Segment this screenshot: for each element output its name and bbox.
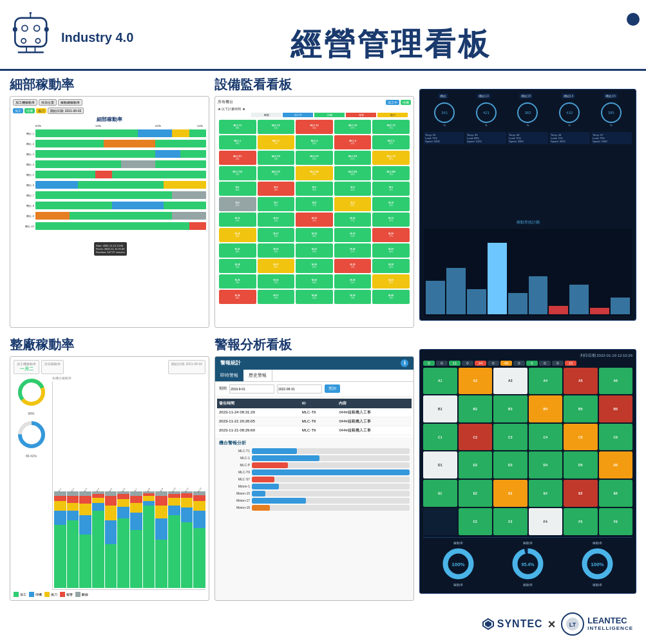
equip-cell: M-2588% (372, 243, 410, 258)
monitor-cell: D4 (529, 451, 563, 478)
detail-utilization-panel[interactable]: 加工機稼動率 目前位置 稼動總稼動率 加工 待機 換刀 開始日期: 2021-0… (10, 96, 209, 328)
equip-cell: MLC-T467% (334, 120, 372, 134)
equip-cell: M-1050% (372, 197, 410, 211)
gantt-row: 機台-1 (35, 129, 206, 138)
leantec-text-line1: LEANTEC (587, 616, 633, 625)
equip-cell: M-1477% (334, 213, 372, 227)
stat-donut-2: 95.4% (510, 546, 546, 582)
factory-utilization-section: 整廠稼動率 加工機稼動率 一月二 目前稼動率 開始日期: 2021-08-02 (10, 336, 209, 604)
equip-cell: MLC-T189% (219, 120, 256, 134)
equip-cell: M-466% (334, 182, 372, 196)
alarm-analysis-title: 警報分析看板 (214, 336, 414, 354)
monitor-cell: B3 (493, 395, 527, 422)
gantt-row: 機台-4 (35, 160, 206, 169)
equip-cell: MLC-M273% (372, 166, 410, 180)
equip-cell: M-2973% (334, 259, 372, 273)
equip-cell: M-773% (258, 197, 295, 211)
factory-utilization-panel[interactable]: 加工機稼動率 一月二 目前稼動率 開始日期: 2021-08-02 (10, 356, 209, 601)
equip-cell: M-2766% (258, 259, 295, 273)
monitor-cell: B6 (599, 395, 633, 422)
equip-cell: M-681% (219, 197, 256, 211)
monitor-cell: A4 (529, 368, 563, 395)
donut-chart-1 (15, 376, 48, 408)
monitor-cell: E2 (459, 480, 493, 507)
times-symbol: × (548, 617, 556, 632)
equip-cell: MLC-P274% (258, 151, 295, 165)
alarm-info-icon[interactable]: ℹ (401, 359, 408, 367)
equip-cell: MLC-T1073% (219, 166, 256, 180)
monitor-cell: A2 (459, 368, 493, 395)
monitor-cell: F6 (599, 508, 633, 535)
monitor-cell: A1 (423, 368, 457, 395)
equip-cell: M-2380% (296, 243, 333, 258)
stat-donut-1: 100% (441, 546, 476, 582)
monitor-cell: A3 (493, 368, 527, 395)
monitor-cell: F4 (529, 508, 563, 535)
factory-bar: M-11 (181, 488, 193, 588)
factory-bar: M-12 (193, 488, 205, 588)
gantt-row: 機台-2 (35, 139, 206, 148)
gantt-row: 機台-5 (35, 170, 206, 179)
factory-bar: M-5 (105, 488, 117, 588)
filter-to-input[interactable] (277, 384, 322, 393)
equip-cell: M-3660% (219, 290, 256, 304)
industry-label: Industry 4.0 (61, 30, 133, 45)
equip-cell: M-1858% (296, 228, 333, 242)
factory-bar: M-7 (130, 488, 142, 588)
equip-cell: M-184% (219, 182, 256, 196)
leantec-icon: LT (560, 612, 585, 636)
gantt-row: 機台-6 (35, 180, 206, 189)
equip-cell: M-2467% (334, 243, 372, 258)
monitor-cell: D6 (599, 451, 633, 478)
equip-cell: M-3461% (334, 274, 372, 289)
monitor-cell: E4 (529, 480, 563, 507)
equip-cell: MLC-P154% (219, 151, 256, 165)
equip-cell: MLC-452% (334, 135, 372, 149)
equipment-monitor-panel[interactable]: 所有機台 加工中 待機 ★ 以下計畫時間 ★ 班別 加工中 待機 報警 換刀 (214, 96, 414, 328)
monitor-cell: D2 (459, 451, 493, 478)
monitor-cell: E3 (493, 480, 527, 507)
tab-realtime-alarm[interactable]: 即時警報 (215, 370, 243, 381)
equip-cell: M-3852% (296, 290, 333, 304)
equipment-monitor-section: 設備監看看板 所有機台 加工中 待機 ★ 以下計畫時間 ★ 班別 加工中 (214, 76, 414, 331)
svg-point-8 (35, 38, 40, 43)
alarm-analysis-panel[interactable]: 警報統計 ℹ 即時警報 歷史警報 期間 查詢 (214, 356, 414, 601)
leantec-text-line2: INTELLIGENCE (587, 626, 633, 632)
tab-history-alarm[interactable]: 歷史警報 (243, 370, 272, 381)
logo-area: Industry 4.0 (6, 12, 148, 64)
equip-cell: M-2861% (296, 259, 333, 273)
filter-query-button[interactable]: 查詢 (325, 384, 340, 393)
equip-cell: MLC-M169% (334, 166, 372, 180)
alarm-bar-row: Moton-1 (219, 484, 410, 489)
alarm-bar-row: MLC-1 (219, 455, 410, 461)
detail-utilization-title: 細部稼動率 (10, 76, 209, 93)
equip-cell: M-1688% (219, 228, 256, 242)
factory-bar: M-10 (168, 488, 180, 588)
svg-point-4 (30, 12, 32, 14)
equip-cell: M-2077% (372, 228, 410, 242)
equip-cell: MLC-P481% (334, 151, 372, 165)
monitor-cell: B1 (423, 395, 457, 422)
monitor-cell: C2 (459, 424, 493, 451)
alarm-header-title: 警報統計 (220, 359, 241, 366)
svg-text:LT: LT (569, 621, 576, 628)
right-bottom-section: 列印日期 2022-01-19 12:10:26 9 0 11 0 24 0 4… (419, 336, 636, 604)
factory-utilization-title: 整廠稼動率 (10, 336, 209, 354)
equip-cell: M-1772% (258, 228, 295, 242)
equip-cell: MLC-S885% (296, 166, 333, 180)
equip-cell: M-3380% (296, 274, 333, 289)
filter-from-input[interactable] (229, 384, 274, 393)
svg-point-2 (34, 25, 40, 31)
equip-cell: M-553% (372, 182, 410, 196)
monitor-cell: F5 (564, 508, 598, 535)
monitor-cell: A6 (599, 368, 633, 395)
gantt-row: 機台-3 (35, 149, 206, 158)
alarm-bar-row: Moton-17 (219, 498, 410, 504)
monitor-cell: C1 (423, 424, 457, 451)
monitor-cell: D1 (423, 451, 457, 478)
monitor-cell: A5 (564, 368, 598, 395)
equip-cell: M-2250% (258, 243, 295, 258)
equip-cell: MLC-S775% (258, 166, 295, 180)
leantec-logo: LT LEANTEC INTELLIGENCE (560, 612, 633, 636)
monitor-cell: F2 (459, 508, 493, 535)
